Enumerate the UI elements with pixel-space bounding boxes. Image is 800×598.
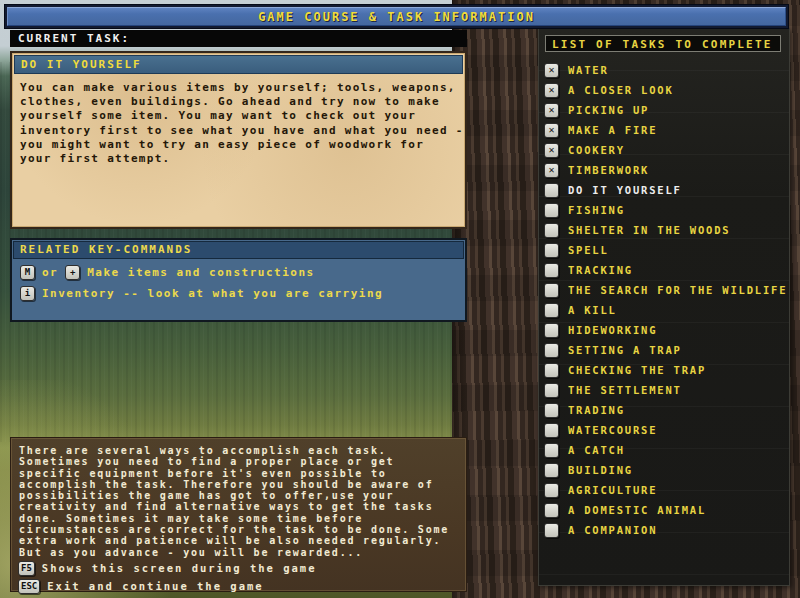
task-row[interactable]: TRACKING [539, 260, 789, 280]
task-row[interactable]: ✕PICKING UP [539, 100, 789, 120]
task-label: A CLOSER LOOK [568, 84, 674, 96]
task-checkbox[interactable] [544, 183, 559, 198]
shortcut-row: ESC Exit and continue the game [18, 579, 466, 594]
task-row[interactable]: ✕A CLOSER LOOK [539, 80, 789, 100]
task-label: SPELL [568, 244, 609, 256]
task-label: WATER [568, 64, 609, 76]
task-checkbox[interactable] [544, 383, 559, 398]
task-list: ✕WATER✕A CLOSER LOOK✕PICKING UP✕MAKE A F… [539, 60, 789, 540]
task-checkbox[interactable] [544, 203, 559, 218]
page-title: GAME COURSE & TASK INFORMATION [258, 10, 535, 24]
task-label: A CATCH [568, 444, 625, 456]
key-esc-icon: ESC [18, 579, 40, 594]
key-i-icon: i [20, 286, 35, 301]
shortcut-description: Shows this screen during the game [42, 562, 317, 574]
task-row[interactable]: A CATCH [539, 440, 789, 460]
current-task-bar: CURRENT TASK: [10, 30, 467, 47]
task-label: FISHING [568, 204, 625, 216]
task-label: A KILL [568, 304, 617, 316]
task-checkbox[interactable] [544, 283, 559, 298]
task-checkbox[interactable] [544, 403, 559, 418]
key-plus-icon: + [65, 265, 80, 280]
task-checkbox[interactable] [544, 363, 559, 378]
task-row[interactable]: AGRICULTURE [539, 480, 789, 500]
task-row[interactable]: BUILDING [539, 460, 789, 480]
title-bar: GAME COURSE & TASK INFORMATION [4, 4, 789, 29]
task-row[interactable]: THE SETTLEMENT [539, 380, 789, 400]
task-checkbox[interactable] [544, 323, 559, 338]
task-label: THE SEARCH FOR THE WILDLIFE [568, 284, 787, 296]
task-label: SETTING A TRAP [568, 344, 682, 356]
task-row[interactable]: A KILL [539, 300, 789, 320]
task-label: BUILDING [568, 464, 633, 476]
task-info-panel: There are several ways to accomplish eac… [10, 437, 467, 592]
task-checkbox-checked[interactable]: ✕ [544, 163, 559, 178]
task-label: MAKE A FIRE [568, 124, 657, 136]
game-task-screen: GAME COURSE & TASK INFORMATION CURRENT T… [0, 0, 800, 598]
key-command-row: M or + Make items and constructions [20, 265, 465, 280]
current-task-description: You can make various items by yourself; … [12, 76, 465, 171]
task-row[interactable]: TRADING [539, 400, 789, 420]
task-label: SHELTER IN THE WOODS [568, 224, 730, 236]
task-row[interactable]: ✕COOKERY [539, 140, 789, 160]
task-row[interactable]: CHECKING THE TRAP [539, 360, 789, 380]
task-row[interactable]: A COMPANION [539, 520, 789, 540]
task-label: TIMBERWORK [568, 164, 649, 176]
task-label: WATERCOURSE [568, 424, 657, 436]
task-checkbox[interactable] [544, 503, 559, 518]
task-checkbox[interactable] [544, 523, 559, 538]
task-list-header: LIST OF TASKS TO COMPLETE [545, 35, 781, 52]
task-label: DO IT YOURSELF [568, 184, 682, 196]
task-label: A DOMESTIC ANIMAL [568, 504, 706, 516]
task-row[interactable]: SHELTER IN THE WOODS [539, 220, 789, 240]
task-row[interactable]: SPELL [539, 240, 789, 260]
current-task-panel: DO IT YOURSELF You can make various item… [10, 51, 467, 229]
key-separator: or [42, 266, 58, 279]
key-command-row: i Inventory -- look at what you are carr… [20, 286, 465, 301]
current-task-title: DO IT YOURSELF [14, 55, 463, 74]
key-m-icon: M [20, 265, 35, 280]
task-label: A COMPANION [568, 524, 657, 536]
task-checkbox-checked[interactable]: ✕ [544, 123, 559, 138]
task-label: TRACKING [568, 264, 633, 276]
shortcut-description: Exit and continue the game [47, 580, 263, 592]
title-bar-inner: GAME COURSE & TASK INFORMATION [7, 7, 786, 26]
task-checkbox[interactable] [544, 423, 559, 438]
task-checkbox[interactable] [544, 463, 559, 478]
task-row[interactable]: ✕WATER [539, 60, 789, 80]
task-row[interactable]: A DOMESTIC ANIMAL [539, 500, 789, 520]
key-commands-panel: RELATED KEY-COMMANDS M or + Make items a… [10, 238, 467, 322]
task-row[interactable]: SETTING A TRAP [539, 340, 789, 360]
key-f5-icon: F5 [18, 561, 35, 576]
task-checkbox[interactable] [544, 303, 559, 318]
task-row[interactable]: THE SEARCH FOR THE WILDLIFE [539, 280, 789, 300]
task-checkbox-checked[interactable]: ✕ [544, 143, 559, 158]
task-checkbox-checked[interactable]: ✕ [544, 103, 559, 118]
task-list-panel: LIST OF TASKS TO COMPLETE ✕WATER✕A CLOSE… [538, 28, 790, 586]
task-checkbox-checked[interactable]: ✕ [544, 83, 559, 98]
task-label: THE SETTLEMENT [568, 384, 682, 396]
key-command-description: Inventory -- look at what you are carryi… [42, 287, 383, 300]
task-label: CHECKING THE TRAP [568, 364, 706, 376]
task-checkbox[interactable] [544, 223, 559, 238]
task-info-text: There are several ways to accomplish eac… [11, 438, 466, 558]
key-commands-header: RELATED KEY-COMMANDS [13, 241, 464, 259]
task-label: AGRICULTURE [568, 484, 657, 496]
task-label: HIDEWORKING [568, 324, 657, 336]
task-row[interactable]: ✕MAKE A FIRE [539, 120, 789, 140]
task-row[interactable]: WATERCOURSE [539, 420, 789, 440]
task-checkbox[interactable] [544, 263, 559, 278]
task-checkbox[interactable] [544, 243, 559, 258]
task-checkbox[interactable] [544, 343, 559, 358]
task-checkbox[interactable] [544, 483, 559, 498]
task-label: COOKERY [568, 144, 625, 156]
task-label: TRADING [568, 404, 625, 416]
task-checkbox[interactable] [544, 443, 559, 458]
task-label: PICKING UP [568, 104, 649, 116]
key-command-description: Make items and constructions [87, 266, 314, 279]
task-row[interactable]: ✕TIMBERWORK [539, 160, 789, 180]
task-checkbox-checked[interactable]: ✕ [544, 63, 559, 78]
task-row[interactable]: DO IT YOURSELF [539, 180, 789, 200]
task-row[interactable]: FISHING [539, 200, 789, 220]
task-row[interactable]: HIDEWORKING [539, 320, 789, 340]
